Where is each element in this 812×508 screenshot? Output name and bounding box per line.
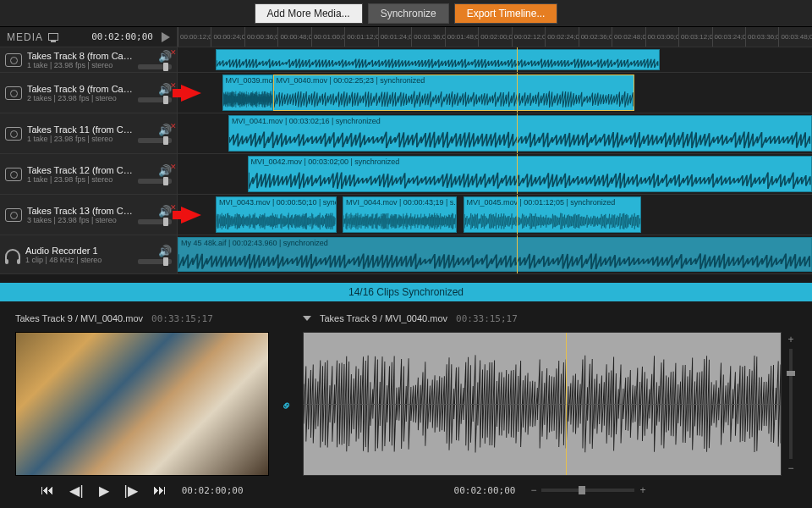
clip-label: MVI_0039.mo.. xyxy=(223,75,272,86)
ruler-tick: 00:01:00;00 xyxy=(311,27,344,47)
timeline-playhead[interactable] xyxy=(517,73,518,113)
waveform-transport-timecode: 00:02:00;00 xyxy=(454,485,516,496)
video-preview-frame[interactable] xyxy=(15,332,269,476)
clip[interactable]: MVI_0041.mov | 00:03:02;16 | synchronize… xyxy=(228,115,812,152)
track-meta: 1 take | 23.98 fps | stereo xyxy=(27,175,133,184)
timeline-playhead[interactable] xyxy=(517,235,518,273)
track-lane[interactable]: MVI_0043.mov | 00:00:50;10 | synchr..MVI… xyxy=(178,195,812,235)
zoom-in-v-icon[interactable]: + xyxy=(787,334,793,345)
track-lane[interactable]: MVI_0042.mov | 00:03:02;00 | synchronize… xyxy=(178,154,812,194)
zoom-out-h-icon[interactable]: − xyxy=(530,484,536,496)
clip-label xyxy=(217,50,659,52)
ruler-tick: 00:03:24;00 xyxy=(712,27,745,47)
speaker-icon[interactable]: 🔊✕ xyxy=(158,124,172,136)
track-lane[interactable]: MVI_0039.mo..MVI_0040.mov | 00:02:25;23 … xyxy=(178,73,812,113)
link-column: ⚭ xyxy=(276,310,296,501)
waveform-transport: 00:02:00;00 − + xyxy=(303,479,797,501)
clip[interactable]: MVI_0042.mov | 00:03:02;00 | synchronize… xyxy=(248,156,813,192)
clip[interactable]: MVI_0045.mov | 00:01:12;05 | synchronize… xyxy=(464,196,641,233)
timeline-playhead[interactable] xyxy=(517,195,518,235)
track-header[interactable]: Audio Recorder 1 1 clip | 48 KHz | stere… xyxy=(0,235,178,273)
volume-slider[interactable] xyxy=(138,64,172,69)
ruler-tick: 00:00:36;00 xyxy=(244,27,277,47)
ruler-tick: 00:02:48;00 xyxy=(612,27,645,47)
clip-label: My 45 48k.aif | 00:02:43.960 | synchroni… xyxy=(178,238,811,248)
volume-slider[interactable] xyxy=(138,138,172,143)
clip[interactable] xyxy=(216,49,660,70)
clip[interactable]: MVI_0039.mo.. xyxy=(222,75,273,111)
ruler-tick: 00:03:00;00 xyxy=(645,27,678,47)
volume-slider[interactable] xyxy=(138,219,172,224)
time-ruler[interactable]: 00:00:12;0000:00:24;0000:00:36;0000:00:4… xyxy=(178,27,812,47)
speaker-icon[interactable]: 🔊✕ xyxy=(158,50,172,63)
clip-label: MVI_0045.mov | 00:01:12;05 | synchronize… xyxy=(464,197,640,207)
track-lane[interactable]: My 45 48k.aif | 00:02:43.960 | synchroni… xyxy=(178,235,812,273)
ruler-tick: 00:02:24;00 xyxy=(545,27,578,47)
camera-icon xyxy=(5,168,22,181)
track-name: Takes Track 13 (from Camera 2) xyxy=(27,206,133,216)
clip-label: MVI_0042.mov | 00:03:02;00 | synchronize… xyxy=(249,157,812,167)
track-meta: 1 take | 23.98 fps | stereo xyxy=(27,61,133,69)
track-row: Takes Track 11 (from Camera 2) 1 take | … xyxy=(0,113,812,154)
go-start-button[interactable]: ⏮ xyxy=(41,483,54,498)
synchronize-button[interactable]: Synchronize xyxy=(368,3,449,24)
track-lane[interactable]: MVI_0041.mov | 00:03:02;16 | synchronize… xyxy=(178,113,812,153)
speaker-icon[interactable]: 🔊✕ xyxy=(158,164,172,177)
play-icon[interactable] xyxy=(162,32,170,42)
ruler-tick: 00:02:36;00 xyxy=(579,27,612,47)
volume-slider[interactable] xyxy=(138,259,172,264)
dropdown-icon[interactable] xyxy=(303,316,311,321)
step-forward-button[interactable]: |▶ xyxy=(124,483,138,499)
track-lane[interactable] xyxy=(178,47,812,72)
play-button[interactable]: ▶ xyxy=(99,483,109,499)
ruler-tick: 00:01:12;00 xyxy=(344,27,377,47)
clip[interactable]: My 45 48k.aif | 00:02:43.960 | synchroni… xyxy=(178,237,812,272)
camera-icon xyxy=(5,86,22,100)
speaker-icon[interactable]: 🔊 xyxy=(158,245,172,257)
arrow-icon xyxy=(181,207,201,224)
step-back-button[interactable]: ◀| xyxy=(69,483,83,499)
timeline-playhead[interactable] xyxy=(517,154,518,194)
ruler-tick: 00:01:24;00 xyxy=(378,27,411,47)
track-header[interactable]: Takes Track 11 (from Camera 2) 1 take | … xyxy=(0,113,178,153)
horizontal-zoom[interactable]: − + xyxy=(530,484,645,496)
timeline-playhead[interactable] xyxy=(517,113,518,153)
monitor-icon xyxy=(48,33,58,41)
timeline-playhead[interactable] xyxy=(517,47,518,72)
zoom-in-h-icon[interactable]: + xyxy=(639,484,645,496)
go-end-button[interactable]: ⏭ xyxy=(153,483,167,498)
waveform-playhead[interactable] xyxy=(566,333,567,475)
clip[interactable]: MVI_0040.mov | 00:02:25;23 | synchronize… xyxy=(273,75,635,111)
track-header[interactable]: Takes Track 9 (from Camera 2) 2 takes | … xyxy=(0,73,178,113)
track-header[interactable]: Takes Track 13 (from Camera 2) 3 takes |… xyxy=(0,195,178,235)
top-toolbar: Add More Media... Synchronize Export Tim… xyxy=(0,0,812,27)
speaker-icon[interactable]: 🔊✕ xyxy=(158,205,172,218)
clip[interactable]: MVI_0044.mov | 00:00:43;19 | s.. xyxy=(343,196,457,233)
link-icon[interactable]: ⚭ xyxy=(277,396,296,416)
video-preview-column: Takes Track 9 / MVI_0040.mov 00:33:15;17… xyxy=(15,310,269,501)
track-name: Takes Track 9 (from Camera 2) xyxy=(27,84,133,94)
add-media-button[interactable]: Add More Media... xyxy=(255,3,363,24)
zoom-out-v-icon[interactable]: − xyxy=(787,462,793,474)
camera-icon xyxy=(5,208,22,222)
track-meta: 3 takes | 23.98 fps | stereo xyxy=(27,216,133,224)
volume-slider[interactable] xyxy=(138,179,172,184)
ruler-tick: 00:03:12;00 xyxy=(678,27,711,47)
ruler-tick: 00:02:12;00 xyxy=(512,27,545,47)
speaker-icon[interactable]: 🔊✕ xyxy=(158,83,172,96)
volume-slider[interactable] xyxy=(138,97,172,102)
ruler-tick: 00:00:12;00 xyxy=(178,27,211,47)
vertical-zoom[interactable]: + − xyxy=(785,332,797,476)
track-header[interactable]: Takes Track 12 (from Camera 2) 1 take | … xyxy=(0,154,178,194)
track-name: Takes Track 8 (from Camera 2) xyxy=(27,51,133,61)
track-meta: 1 take | 23.98 fps | stereo xyxy=(27,135,133,143)
headphones-icon xyxy=(5,249,20,261)
waveform-preview[interactable] xyxy=(303,332,782,476)
preview-area: Takes Track 9 / MVI_0040.mov 00:33:15;17… xyxy=(0,301,812,508)
track-row: Takes Track 8 (from Camera 2) 1 take | 2… xyxy=(0,47,812,73)
track-header[interactable]: Takes Track 8 (from Camera 2) 1 take | 2… xyxy=(0,47,178,72)
export-timeline-button[interactable]: Export Timeline... xyxy=(454,3,558,24)
timeline-header: MEDIA 00:02:00;00 00:00:12;0000:00:24;00… xyxy=(0,27,812,47)
track-row: Takes Track 9 (from Camera 2) 2 takes | … xyxy=(0,73,812,113)
clip[interactable]: MVI_0043.mov | 00:00:50;10 | synchr.. xyxy=(216,196,337,233)
